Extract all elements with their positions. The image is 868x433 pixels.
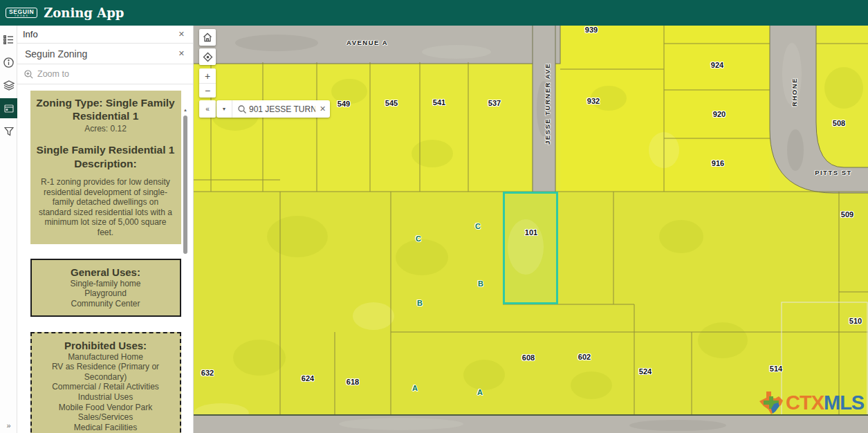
zoom-to-icon xyxy=(24,70,33,79)
locate-button[interactable] xyxy=(199,48,216,65)
info-panel: Info ✕ Seguin Zoning ✕ Zoning Type: Sing… xyxy=(17,26,194,433)
filter-icon[interactable] xyxy=(0,121,17,141)
prohibited-use-item: Manufactured Home xyxy=(37,352,174,362)
map-search-input[interactable] xyxy=(249,100,315,118)
info-icon[interactable] xyxy=(0,53,17,73)
app-title: Zoning App xyxy=(44,6,124,20)
selected-tool-icon[interactable] xyxy=(0,98,17,118)
prohibited-use-item: RV as Residence (Primary or Secondary) xyxy=(37,362,174,382)
search-collapse-button[interactable]: « xyxy=(199,100,216,118)
prohibited-use-item: Mobile Food Vendor Park xyxy=(37,403,174,413)
search-dropdown-button[interactable]: ▼ xyxy=(216,100,232,118)
map-canvas[interactable]: AVENUE AJESSE TURNER AVERHONEPITTS ST939… xyxy=(194,26,868,433)
zoom-control: + − xyxy=(199,68,216,98)
info-panel-header: Info ✕ xyxy=(17,26,193,44)
legend-icon[interactable] xyxy=(0,30,17,50)
search-clear-icon[interactable]: ✕ xyxy=(315,100,330,118)
home-button[interactable] xyxy=(199,29,216,46)
selected-parcel-outline[interactable] xyxy=(503,192,558,304)
prohibited-uses-card: Prohibited Uses: Manufactured HomeRV as … xyxy=(30,332,181,433)
layers-icon[interactable] xyxy=(0,75,17,95)
scroll-up-icon[interactable]: ▲ xyxy=(183,108,187,112)
zoning-app-window: SEGUIN TEXAS Zoning App xyxy=(0,0,868,433)
zoomto-input[interactable] xyxy=(37,69,162,79)
home-icon xyxy=(203,33,212,42)
logo-subtext: TEXAS xyxy=(9,15,34,17)
panel-scroll-area: Zoning Type: Single Family Residential 1… xyxy=(17,85,194,433)
search-icon xyxy=(232,100,249,118)
prohibited-use-item: Commercial / Retail Activities xyxy=(37,382,174,392)
app-header: SEGUIN TEXAS Zoning App xyxy=(0,0,868,26)
general-uses-card: General Uses: Single-family homePlaygrou… xyxy=(30,259,181,317)
chevron-down-icon: ▼ xyxy=(222,107,227,111)
locate-icon xyxy=(203,52,213,62)
panel-scrollbar[interactable] xyxy=(183,116,187,254)
prohibited-uses-title: Prohibited Uses: xyxy=(37,340,174,352)
tool-rail: » xyxy=(0,26,17,433)
zoning-type-title: Zoning Type: Single Family Residential 1 xyxy=(36,97,176,122)
panel-title: Info xyxy=(23,29,176,39)
zoning-desc: R-1 zoning provides for low density resi… xyxy=(36,177,176,238)
map-search-bar: ▼ ✕ xyxy=(216,100,330,118)
general-use-item: Community Center xyxy=(37,299,174,309)
general-uses-list: Single-family homePlaygroundCommunity Ce… xyxy=(37,279,174,309)
panel-close-icon[interactable]: ✕ xyxy=(176,28,187,40)
prohibited-use-item: Industrial Uses xyxy=(37,392,174,403)
zoning-info-card: Zoning Type: Single Family Residential 1… xyxy=(30,91,181,244)
zoom-out-button[interactable]: − xyxy=(199,83,216,98)
zoning-acres: Acres: 0.12 xyxy=(36,124,176,133)
layer-row: Seguin Zoning ✕ xyxy=(17,44,193,64)
zoning-desc-title: Single Family Residential 1 Description: xyxy=(36,143,176,170)
general-use-item: Playground xyxy=(37,288,174,299)
general-use-item: Single-family home xyxy=(37,279,174,289)
layer-name: Seguin Zoning xyxy=(25,48,176,59)
prohibited-use-item: Sales/Services xyxy=(37,412,174,423)
seguin-logo: SEGUIN TEXAS xyxy=(6,8,37,19)
layer-close-icon[interactable]: ✕ xyxy=(176,48,187,59)
prohibited-use-item: Medical Facilities xyxy=(37,423,174,433)
panel-expand-button[interactable]: » xyxy=(0,419,17,432)
prohibited-uses-list: Manufactured HomeRV as Residence (Primar… xyxy=(37,352,174,433)
collapse-icon: « xyxy=(205,105,210,113)
zoomto-row xyxy=(17,64,193,84)
zoom-in-button[interactable]: + xyxy=(199,68,216,83)
general-uses-title: General Uses: xyxy=(37,266,174,279)
